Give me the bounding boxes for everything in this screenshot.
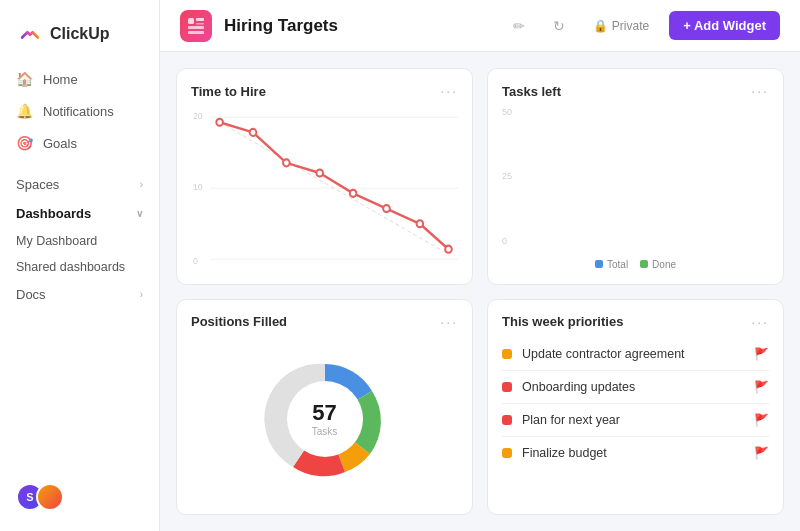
sidebar-item-spaces[interactable]: Spaces › [8,170,151,199]
tasks-left-card: Tasks left ··· 50 25 0 [487,68,784,285]
sidebar-item-home[interactable]: 🏠 Home [8,64,151,94]
priority-item-3[interactable]: Plan for next year 🚩 [502,404,769,437]
priority-dot-1 [502,349,512,359]
priority-text-1: Update contractor agreement [522,347,744,361]
svg-text:10: 10 [193,182,203,192]
sidebar-item-label-spaces: Spaces [16,177,59,192]
y-label-0: 0 [502,236,522,246]
donut-label: Tasks [312,426,338,437]
positions-filled-menu[interactable]: ··· [440,314,458,330]
bar-chart-legend: Total Done [502,259,769,270]
private-toggle[interactable]: 🔒 Private [585,15,657,37]
legend-done-dot [640,260,648,268]
donut-center-text: 57 Tasks [312,400,338,437]
priority-flag-2: 🚩 [754,380,769,394]
svg-point-13 [216,119,223,126]
sidebar-item-label-dashboards: Dashboards [16,206,91,221]
priority-dot-3 [502,415,512,425]
sidebar-item-goals[interactable]: 🎯 Goals [8,128,151,158]
page-title: Hiring Targets [224,16,493,36]
priority-item-2[interactable]: Onboarding updates 🚩 [502,371,769,404]
user-avatar-2[interactable] [36,483,64,511]
svg-point-16 [316,169,323,176]
time-to-hire-header: Time to Hire ··· [191,83,458,99]
priority-flag-3: 🚩 [754,413,769,427]
docs-chevron-icon: › [140,289,143,300]
add-widget-button[interactable]: + Add Widget [669,11,780,40]
tasks-left-title: Tasks left [502,84,561,99]
donut-number: 57 [312,400,338,426]
page-header: Hiring Targets ✏ ↻ 🔒 Private + Add Widge… [160,0,800,52]
priority-flag-1: 🚩 [754,347,769,361]
donut-chart: 57 Tasks [191,338,458,501]
legend-total: Total [595,259,628,270]
main-content: Hiring Targets ✏ ↻ 🔒 Private + Add Widge… [160,0,800,531]
sidebar-item-shared-dashboards[interactable]: Shared dashboards [8,254,151,280]
svg-rect-1 [188,18,194,24]
bar-chart-area [522,107,769,251]
tasks-left-menu[interactable]: ··· [751,83,769,99]
my-dashboard-label: My Dashboard [16,234,97,248]
svg-text:0: 0 [193,256,198,266]
sidebar-item-label-docs: Docs [16,287,46,302]
svg-point-20 [445,246,452,253]
svg-point-14 [250,129,257,136]
priority-text-2: Onboarding updates [522,380,744,394]
bell-icon: 🔔 [16,103,33,119]
sidebar-item-dashboards[interactable]: Dashboards ∨ [8,199,151,228]
svg-rect-4 [188,26,204,29]
sidebar-bottom: S [0,475,159,519]
priority-text-4: Finalize budget [522,446,744,460]
positions-filled-card: Positions Filled ··· [176,299,473,516]
time-to-hire-card: Time to Hire ··· 20 10 0 [176,68,473,285]
sidebar-nav: 🏠 Home 🔔 Notifications 🎯 Goals [0,64,159,158]
page-icon [180,10,212,42]
legend-total-dot [595,260,603,268]
priorities-menu[interactable]: ··· [751,314,769,330]
clickup-logo-icon [16,20,44,48]
priority-item-4[interactable]: Finalize budget 🚩 [502,437,769,469]
tasks-left-chart: 50 25 0 [502,107,769,270]
priority-flag-4: 🚩 [754,446,769,460]
sidebar-item-label-notifications: Notifications [43,104,114,119]
priority-item-1[interactable]: Update contractor agreement 🚩 [502,338,769,371]
priorities-card: This week priorities ··· Update contract… [487,299,784,516]
legend-done: Done [640,259,676,270]
dashboard-icon [187,17,205,35]
lock-icon: 🔒 [593,19,608,33]
logo-text: ClickUp [50,25,110,43]
priority-list: Update contractor agreement 🚩 Onboarding… [502,338,769,501]
refresh-button[interactable]: ↻ [545,12,573,40]
priority-text-3: Plan for next year [522,413,744,427]
svg-rect-5 [188,31,204,34]
home-icon: 🏠 [16,71,33,87]
shared-dashboards-label: Shared dashboards [16,260,125,274]
sidebar-item-label-home: Home [43,72,78,87]
time-to-hire-chart: 20 10 0 [191,107,458,270]
y-label-50: 50 [502,107,522,117]
legend-total-label: Total [607,259,628,270]
time-to-hire-menu[interactable]: ··· [440,83,458,99]
priority-dot-2 [502,382,512,392]
dashboard-grid: Time to Hire ··· 20 10 0 [160,52,800,531]
priority-dot-4 [502,448,512,458]
svg-rect-3 [196,23,204,25]
sidebar: ClickUp 🏠 Home 🔔 Notifications 🎯 Goals S… [0,0,160,531]
goals-icon: 🎯 [16,135,33,151]
svg-point-15 [283,159,290,166]
sidebar-item-notifications[interactable]: 🔔 Notifications [8,96,151,126]
edit-button[interactable]: ✏ [505,12,533,40]
y-axis-labels: 50 25 0 [502,107,522,246]
private-label: Private [612,19,649,33]
priorities-title: This week priorities [502,314,623,329]
positions-filled-title: Positions Filled [191,314,287,329]
positions-filled-header: Positions Filled ··· [191,314,458,330]
header-actions: ✏ ↻ 🔒 Private + Add Widget [505,11,780,40]
y-label-25: 25 [502,171,522,181]
time-to-hire-title: Time to Hire [191,84,266,99]
priorities-header: This week priorities ··· [502,314,769,330]
logo: ClickUp [0,12,159,64]
sidebar-item-label-goals: Goals [43,136,77,151]
sidebar-item-docs[interactable]: Docs › [8,280,151,309]
sidebar-item-my-dashboard[interactable]: My Dashboard [8,228,151,254]
